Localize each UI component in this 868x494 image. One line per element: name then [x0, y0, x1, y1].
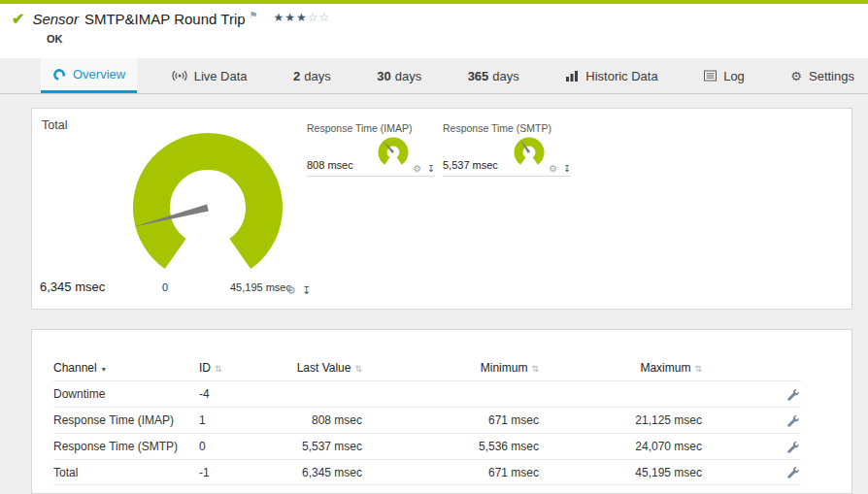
- column-header-last-value[interactable]: Last Value⇅: [294, 361, 362, 375]
- rating-stars[interactable]: ★★★☆☆: [274, 11, 331, 24]
- imap-gauge-settings-icon[interactable]: ⚙: [414, 163, 422, 174]
- table-row-imap: Response Time (IMAP) 1 808 msec 671 msec…: [53, 407, 801, 433]
- channel-maximum: 24,070 msec: [539, 440, 702, 453]
- smtp-gauge-label: Response Time (SMTP): [443, 122, 551, 134]
- channel-settings-wrench-icon[interactable]: [786, 441, 799, 453]
- total-gauge-settings-icon[interactable]: ⚙: [286, 284, 296, 297]
- total-gauge-value: 6,345 msec: [40, 280, 105, 294]
- imap-gauge-label: Response Time (IMAP): [307, 122, 413, 134]
- total-gauge-pin-icon[interactable]: ↧: [302, 284, 311, 297]
- channel-settings-wrench-icon[interactable]: [786, 414, 799, 427]
- channel-minimum: 671 msec: [362, 413, 539, 427]
- sort-icon: ⇅: [215, 364, 222, 374]
- total-gauge-min: 0: [162, 281, 168, 293]
- smtp-gauge-value: 5,537 msec: [443, 159, 498, 171]
- tab-label: days: [492, 69, 518, 83]
- gear-icon: ⚙: [790, 69, 802, 83]
- total-gauge-arc: [151, 151, 264, 253]
- sensor-title: SMTP&IMAP Round Trip: [84, 11, 246, 27]
- tab-2-days[interactable]: 2days: [282, 58, 343, 93]
- tab-overview[interactable]: Overview: [41, 58, 137, 93]
- log-list-icon: [704, 70, 717, 82]
- column-header-minimum[interactable]: Minimum⇅: [362, 361, 539, 375]
- sort-icon: ⇅: [531, 364, 539, 374]
- channel-id: 1: [199, 413, 294, 427]
- broadcast-icon: [172, 70, 187, 82]
- stars-filled: ★★★: [274, 11, 308, 24]
- stars-empty: ☆☆: [308, 11, 331, 24]
- tab-30-days[interactable]: 30days: [365, 58, 433, 93]
- channel-name: Total: [53, 466, 199, 479]
- channel-maximum: 21,125 msec: [539, 413, 702, 427]
- tab-label: days: [395, 69, 421, 83]
- channel-last-value: 5,537 msec: [294, 440, 362, 453]
- imap-gauge: [371, 134, 416, 177]
- sort-desc-icon: ▾: [102, 365, 106, 374]
- smtp-gauge: [507, 134, 551, 177]
- total-gauge: [111, 118, 305, 302]
- sensor-kind: Sensor: [32, 11, 79, 27]
- tab-label: Live Data: [194, 69, 248, 83]
- channel-name: Response Time (SMTP): [53, 440, 199, 453]
- channel-minimum: 671 msec: [362, 466, 539, 479]
- smtp-gauge-group: Response Time (SMTP) 5,537 msec ⚙ ↧: [443, 122, 571, 177]
- table-row-smtp: Response Time (SMTP) 0 5,537 msec 5,536 …: [53, 433, 801, 459]
- smtp-gauge-settings-icon[interactable]: ⚙: [550, 163, 558, 174]
- overview-gauge-icon: [52, 68, 66, 82]
- channel-name: Downtime: [53, 387, 199, 401]
- channel-minimum: 5,536 msec: [362, 440, 539, 453]
- tab-num: 2: [293, 69, 300, 83]
- column-header-channel[interactable]: Channel▾: [53, 361, 199, 375]
- column-header-id[interactable]: ID⇅: [199, 361, 294, 375]
- column-header-maximum[interactable]: Maximum⇅: [539, 361, 702, 375]
- status-check-icon: ✔: [12, 10, 24, 28]
- channel-last-value: 808 msec: [294, 413, 362, 427]
- table-header-row: Channel▾ ID⇅ Last Value⇅ Minimum⇅ Maximu…: [53, 355, 801, 380]
- smtp-gauge-pin-icon[interactable]: ↧: [563, 163, 571, 174]
- total-gauge-label: Total: [42, 118, 67, 132]
- tab-label: Settings: [809, 69, 854, 83]
- imap-gauge-pin-icon[interactable]: ↧: [427, 163, 435, 174]
- tab-365-days[interactable]: 365days: [456, 58, 531, 93]
- imap-gauge-value: 808 msec: [307, 159, 353, 171]
- channel-id: -1: [199, 466, 294, 479]
- bar-chart-icon: [565, 70, 579, 82]
- tab-log[interactable]: Log: [692, 58, 756, 93]
- tab-bar: Overview Live Data 2days 30days 365days …: [0, 58, 868, 94]
- channel-name: Response Time (IMAP): [53, 413, 199, 427]
- channel-settings-wrench-icon[interactable]: [786, 388, 799, 401]
- channel-id: -4: [199, 387, 294, 401]
- channel-id: 0: [199, 440, 294, 453]
- sort-icon: ⇅: [354, 364, 362, 374]
- imap-gauge-group: Response Time (IMAP) 808 msec ⚙ ↧: [307, 122, 435, 177]
- channels-table: Channel▾ ID⇅ Last Value⇅ Minimum⇅ Maximu…: [53, 355, 801, 485]
- gauges-panel: Total 6,345 msec 0 45,195 msec ⚙ ↧ Respo…: [31, 108, 852, 310]
- tab-historic-data[interactable]: Historic Data: [553, 58, 669, 93]
- tab-settings[interactable]: ⚙ Settings: [779, 58, 866, 93]
- total-gauge-max: 45,195 msec: [230, 281, 291, 293]
- status-badge: OK: [47, 33, 856, 45]
- channel-settings-wrench-icon[interactable]: [786, 466, 799, 478]
- sensor-header: ✔ Sensor SMTP&IMAP Round Trip ⚑ ★★★☆☆ OK: [0, 4, 868, 58]
- channel-last-value: 6,345 msec: [294, 466, 362, 479]
- tab-label: Overview: [73, 67, 125, 82]
- channels-panel: Channel▾ ID⇅ Last Value⇅ Minimum⇅ Maximu…: [31, 329, 852, 494]
- table-row-total: Total -1 6,345 msec 671 msec 45,195 msec: [53, 459, 801, 485]
- tab-label: Historic Data: [585, 69, 657, 83]
- tab-num: 365: [468, 69, 489, 83]
- tab-num: 30: [377, 69, 390, 83]
- tab-live-data[interactable]: Live Data: [160, 58, 259, 93]
- flag-icon[interactable]: ⚑: [250, 10, 258, 20]
- tab-label: days: [304, 69, 330, 83]
- table-row-downtime: Downtime -4: [53, 380, 801, 407]
- tab-label: Log: [723, 69, 745, 83]
- sort-icon: ⇅: [694, 364, 702, 374]
- channel-maximum: 45,195 msec: [539, 466, 702, 479]
